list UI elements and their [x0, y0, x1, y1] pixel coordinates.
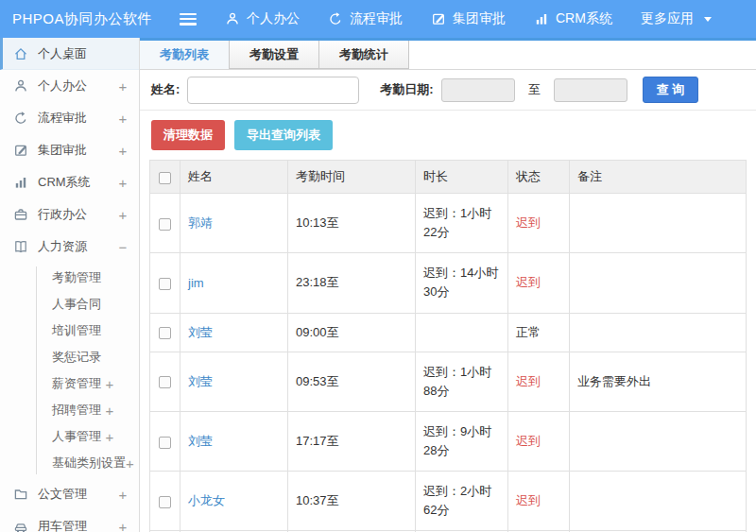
sidebar-item-label: 人事合同	[52, 296, 129, 313]
row-checkbox[interactable]	[159, 376, 171, 388]
attendance-time: 23:18至	[288, 253, 416, 313]
attendance-status: 迟到	[508, 411, 570, 471]
attendance-note	[570, 472, 747, 531]
nav-label: 更多应用	[641, 10, 694, 27]
attendance-name-link[interactable]: jim	[188, 276, 204, 290]
tab-bar: 考勤列表 考勤设置 考勤统计	[140, 38, 756, 70]
table-row: 小龙女 10:37至 迟到：2小时62分 迟到	[150, 472, 747, 531]
attendance-note	[570, 194, 747, 253]
sidebar-item-recruitment-management[interactable]: 招聘管理 +	[0, 397, 139, 423]
column-header-name: 姓名	[180, 161, 288, 194]
sidebar-item-reward-punishment-record[interactable]: 奖惩记录	[0, 344, 139, 370]
top-nav: 个人办公 流程审批 集团审批 CRM系统 更多应用	[225, 10, 712, 27]
tab-attendance-list[interactable]: 考勤列表	[140, 41, 230, 69]
expand-toggle-icon[interactable]: +	[103, 403, 116, 419]
sidebar-item-workflow-approval[interactable]: 流程审批 +	[0, 102, 139, 134]
expand-toggle-icon[interactable]: +	[103, 429, 116, 445]
sidebar-item-human-resources[interactable]: 人力资源 −	[0, 231, 139, 263]
nav-item-workflow-approval[interactable]: 流程审批	[328, 10, 403, 27]
menu-toggle-icon[interactable]	[180, 13, 197, 26]
export-list-button[interactable]: 导出查询列表	[234, 120, 333, 150]
sidebar-item-label: 基础类别设置	[52, 455, 126, 472]
nav-item-personal-office[interactable]: 个人办公	[225, 10, 300, 27]
sidebar-item-salary-management[interactable]: 薪资管理 +	[0, 370, 139, 397]
attendance-name-link[interactable]: 刘莹	[188, 325, 213, 339]
expand-toggle-icon[interactable]: +	[116, 519, 129, 532]
expand-toggle-icon[interactable]: +	[116, 487, 129, 503]
row-checkbox[interactable]	[159, 496, 171, 508]
sidebar-item-label: 人事管理	[52, 428, 103, 445]
attendance-time: 10:37至	[288, 472, 416, 531]
attendance-time: 17:17至	[288, 411, 416, 471]
attendance-name-link[interactable]: 郭靖	[188, 215, 213, 230]
attendance-status: 迟到	[508, 472, 570, 531]
sidebar-submenu: 考勤管理 人事合同 培训管理 奖惩记录 薪资管理 + 招聘管理 + 人事管理 +…	[0, 263, 139, 478]
expand-toggle-icon[interactable]: +	[116, 207, 129, 223]
edit-icon	[13, 143, 28, 158]
sidebar-item-training-management[interactable]: 培训管理	[0, 317, 139, 344]
book-icon	[13, 239, 28, 254]
sidebar-item-label: CRM系统	[38, 174, 116, 191]
sidebar-item-label: 考勤管理	[52, 269, 129, 286]
date-from-input[interactable]	[441, 78, 515, 102]
column-header-status: 状态	[508, 161, 570, 194]
sidebar-item-basic-category-settings[interactable]: 基础类别设置 +	[0, 450, 139, 476]
expand-toggle-icon[interactable]: +	[126, 455, 134, 472]
row-checkbox[interactable]	[159, 218, 171, 231]
row-checkbox[interactable]	[159, 437, 171, 449]
expand-toggle-icon[interactable]: −	[116, 239, 129, 255]
clear-data-button[interactable]: 清理数据	[151, 120, 225, 150]
attendance-time: 09:00至	[288, 313, 416, 352]
name-input[interactable]	[187, 77, 359, 104]
sidebar-item-attendance-management[interactable]: 考勤管理	[0, 265, 139, 291]
toolbar: 清理数据 导出查询列表	[140, 111, 756, 160]
tab-label: 考勤列表	[160, 47, 209, 61]
row-checkbox[interactable]	[159, 278, 171, 290]
process-icon	[13, 111, 28, 126]
select-all-checkbox[interactable]	[159, 172, 171, 184]
sidebar-item-vehicle-management[interactable]: 用车管理 +	[0, 510, 139, 532]
sidebar-item-label: 培训管理	[52, 322, 129, 339]
sidebar-item-admin-office[interactable]: 行政办公 +	[0, 198, 139, 231]
nav-item-more-apps[interactable]: 更多应用	[641, 10, 712, 27]
tab-attendance-statistics[interactable]: 考勤统计	[318, 41, 409, 69]
attendance-name-link[interactable]: 小龙女	[188, 493, 225, 507]
sidebar-item-group-approval[interactable]: 集团审批 +	[0, 134, 139, 166]
nav-label: 集团审批	[453, 10, 506, 27]
expand-toggle-icon[interactable]: +	[116, 143, 129, 159]
main-content: 考勤列表 考勤设置 考勤统计 姓名: 考勤日期: 至 查 询 清理数据 导出查询…	[140, 38, 756, 532]
nav-label: 流程审批	[350, 10, 403, 27]
attendance-note	[570, 253, 747, 313]
date-to-input[interactable]	[554, 78, 627, 102]
top-header: PHPOA协同办公软件 个人办公 流程审批 集团审批 CRM系统 更多应用	[0, 0, 756, 38]
sidebar: 个人桌面 个人办公 + 流程审批 + 集团审批 + CRM系统 + 行政办公 +…	[0, 38, 140, 532]
sidebar-item-label: 人力资源	[38, 238, 116, 255]
attendance-name-link[interactable]: 刘莹	[188, 434, 213, 448]
expand-toggle-icon[interactable]: +	[103, 376, 116, 392]
expand-toggle-icon[interactable]: +	[116, 111, 129, 127]
sidebar-item-document-management[interactable]: 公文管理 +	[0, 478, 139, 510]
attendance-duration: 迟到：2小时62分	[416, 472, 508, 531]
nav-item-crm-system[interactable]: CRM系统	[534, 10, 612, 27]
sidebar-item-label: 薪资管理	[52, 375, 103, 392]
sidebar-item-personal-office[interactable]: 个人办公 +	[0, 70, 139, 102]
attendance-note	[570, 411, 747, 471]
column-header-time: 考勤时间	[288, 161, 416, 194]
chart-icon	[534, 11, 549, 26]
sidebar-item-personnel-management[interactable]: 人事管理 +	[0, 423, 139, 450]
sidebar-item-personnel-contract[interactable]: 人事合同	[0, 291, 139, 317]
attendance-duration: 迟到：1小时22分	[416, 194, 508, 253]
sidebar-item-crm-system[interactable]: CRM系统 +	[0, 166, 139, 198]
attendance-status: 迟到	[508, 352, 570, 411]
nav-item-group-approval[interactable]: 集团审批	[431, 10, 506, 27]
search-button[interactable]: 查 询	[643, 77, 699, 103]
expand-toggle-icon[interactable]: +	[116, 78, 129, 94]
row-checkbox[interactable]	[159, 327, 171, 339]
tab-attendance-settings[interactable]: 考勤设置	[229, 41, 319, 69]
column-header-duration: 时长	[416, 161, 508, 194]
expand-toggle-icon[interactable]: +	[116, 175, 129, 191]
home-icon	[13, 46, 28, 61]
attendance-status: 正常	[508, 313, 570, 352]
attendance-name-link[interactable]: 刘莹	[188, 374, 213, 388]
sidebar-item-personal-desktop[interactable]: 个人桌面	[0, 38, 139, 70]
